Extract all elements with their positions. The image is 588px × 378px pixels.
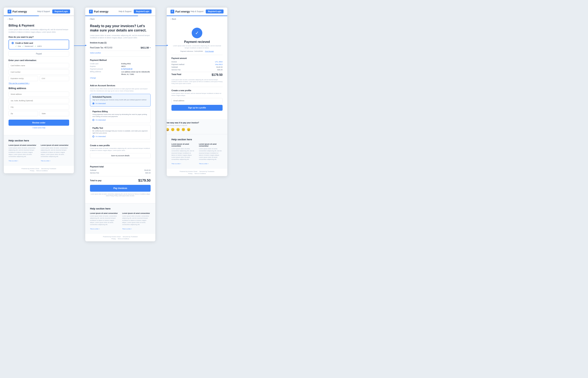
need-help-link[interactable]: I need some help: [9, 127, 69, 129]
nav-help-1: Help & Support: [37, 10, 50, 13]
addon-title: Add-on Account Services: [90, 84, 151, 87]
total-divider: [90, 176, 151, 176]
paybytext-interested-btn[interactable]: I'm interested: [92, 135, 148, 137]
help-col2-link-2[interactable]: This is a link >: [122, 228, 132, 230]
terms-text: Lorem ipsum dolor sit amet, consectetur …: [90, 193, 151, 197]
footer-terms-1[interactable]: Terms & Conditions: [36, 170, 48, 171]
emoji-smile[interactable]: 🙂: [171, 128, 175, 131]
expiry-input[interactable]: [9, 76, 38, 81]
screen1-title: Billing & Payment: [9, 24, 69, 27]
help-col1-link-3[interactable]: This is a link >: [171, 163, 181, 164]
expiry-cvv-row: [9, 76, 69, 81]
zip-input[interactable]: [9, 111, 38, 116]
footer-links-2: Privacy Terms & Conditions: [87, 238, 153, 239]
emoji-happy[interactable]: 😄: [167, 128, 169, 131]
nav-actions-3: Help & Support Register/Login: [191, 10, 224, 14]
street-input[interactable]: [9, 92, 69, 97]
help-cols-2: Lorem ipsum sit amet consectetur Lorem i…: [90, 212, 151, 230]
service-fee-value-s3: $36.00: [217, 69, 223, 71]
zip-state-row: [9, 111, 69, 116]
back-link-1[interactable]: Back: [4, 16, 74, 21]
footer-terms-2[interactable]: Terms & Conditions: [118, 238, 129, 239]
screen2-desc: Lorem ipsum dolor sit amet, consectetur …: [90, 34, 151, 39]
help-col1-link-1[interactable]: This is a link >: [9, 160, 18, 162]
card-icons-row: ✓ Visa ✓ Mastercard ✓ AMEX: [15, 45, 66, 47]
back-link-2[interactable]: Back: [85, 16, 155, 21]
paperless-title: Paperless Billing: [92, 110, 148, 113]
footer-secured-3: Secured by Trustwave: [199, 171, 214, 172]
support-link[interactable]: This can be a support link >: [9, 82, 69, 84]
amount-title: Payment amount: [171, 57, 223, 59]
footer-privacy-1[interactable]: Privacy: [30, 170, 34, 171]
footer-privacy-3[interactable]: Privacy: [188, 173, 192, 174]
paypal-option[interactable]: Paypal: [9, 51, 69, 56]
signup-btn-s3[interactable]: Sign up for a profile: [171, 105, 223, 111]
emoji-sad[interactable]: 😕: [181, 128, 185, 131]
footer-1: Powered by Invoice Cloud · Secured by Tr…: [4, 166, 74, 173]
addon-desc: Invoice Cloud offers these account servi…: [90, 88, 151, 92]
change-link[interactable]: Change: [90, 77, 96, 79]
print-receipt-link[interactable]: Print Receipt: [205, 50, 214, 52]
check-visa: ✓: [15, 45, 17, 47]
total-paid-value: $179.50: [212, 73, 223, 77]
s3-divider-1: [171, 55, 223, 55]
paperless-interested-btn[interactable]: I'm interested: [92, 119, 148, 121]
help-section-3: Help section here Lorem ipsum sit amet c…: [167, 134, 227, 169]
screen2-title: Ready to pay your invoices? Let's make s…: [90, 24, 151, 33]
footer-terms-3[interactable]: Terms & Conditions: [194, 173, 206, 174]
back-link-3[interactable]: Back: [167, 16, 227, 21]
flow-container: F Furi energy Help & Support Register/Lo…: [4, 8, 584, 241]
email-input-s3[interactable]: [171, 98, 223, 103]
paybytext-desc: Be notified by text message that your in…: [92, 130, 148, 134]
credit-debit-option[interactable]: Credit or Debit card ✓ Visa ✓ Mastercard…: [9, 40, 69, 50]
scheduled-interested-btn[interactable]: I'm interested: [92, 103, 148, 105]
cardholder-input[interactable]: [9, 63, 69, 68]
logo-icon-2: F: [89, 10, 93, 14]
invoice-row: Real Estate Tax: 45713-53 $411.50 ▾: [90, 45, 151, 51]
card-info-label: Enter your card information:: [9, 59, 69, 61]
register-btn-1[interactable]: Register/Login: [52, 10, 70, 14]
register-btn-3[interactable]: Register/Login: [206, 10, 224, 14]
pm-value-s3: Visa 5813: [215, 64, 223, 65]
footer-3: Powered by Invoice Cloud · Secured by Tr…: [167, 169, 227, 176]
city-input[interactable]: [9, 105, 69, 110]
pm-title: Payment Method: [90, 59, 151, 61]
help-col1-link-2[interactable]: This is a link >: [90, 228, 100, 230]
pm-row-s3: Payment method Visa 5813: [171, 64, 223, 65]
screen2-content: Ready to pay your invoices? Let's make s…: [85, 21, 155, 203]
emoji-neutral[interactable]: 😐: [176, 128, 180, 131]
service-fee-value: $30.00: [145, 172, 151, 174]
scheduled-card: Scheduled Payments Sign up to autopay yo…: [90, 94, 151, 106]
paybytext-card: Pay/By Text Be notified by text message …: [90, 125, 151, 139]
logo-icon-3: F: [170, 10, 174, 14]
help-col1-title-2: Lorem ipsum sit amet consectetur: [90, 212, 118, 214]
connector-line-2: [155, 45, 167, 46]
help-cols-1: Lorem ipsum sit amet consectetur Lorem i…: [9, 144, 69, 162]
pay-invoices-btn[interactable]: Pay invoices: [90, 185, 151, 192]
card-number-input[interactable]: [9, 69, 69, 75]
state-input[interactable]: [39, 111, 69, 116]
service-fee-row: Service Fee $30.00: [90, 172, 151, 174]
legal-text-s3: Lorem ipsum dolor sit amet, consectetur …: [171, 79, 223, 84]
select-another-btn[interactable]: Select another: [90, 52, 151, 54]
register-btn-2[interactable]: Register/Login: [134, 10, 152, 14]
create-profile-desc-s3: Lorem ipsum dolor sit amet, sed do eiusm…: [171, 92, 223, 96]
invoice-row-s3: Invoice UTL-3554: [171, 61, 223, 63]
pm-billing-address: 114 address street Apt 8A Abbottsville I…: [121, 71, 151, 76]
cvv-input[interactable]: [39, 76, 69, 81]
emoji-angry[interactable]: 😠: [187, 128, 191, 131]
nav-bar-1: F Furi energy Help & Support Register/Lo…: [4, 8, 74, 15]
help-col2-link-3[interactable]: This is a link >: [199, 163, 209, 164]
help-col2-link-1[interactable]: This is a link >: [41, 160, 50, 162]
review-order-btn[interactable]: Review order: [9, 120, 69, 126]
pm-exp-label: Expires: [90, 65, 119, 67]
help-col1-3: Lorem ipsum sit amet consectetur Lorem i…: [171, 143, 195, 165]
credit-label: Credit or Debit card: [15, 42, 33, 44]
footer-privacy-2[interactable]: Privacy: [111, 238, 116, 239]
scheduled-interested-label: I'm interested: [95, 103, 106, 105]
save-account-btn[interactable]: Save my account details: [90, 153, 151, 158]
service-fee-label: Service Fee: [90, 172, 99, 174]
service-fee-label-s3: Service Fee: [171, 69, 180, 71]
help-col2-text-1: Lorem ipsum dolor sit amet, consectetur …: [41, 147, 69, 158]
apt-input[interactable]: [9, 98, 69, 103]
